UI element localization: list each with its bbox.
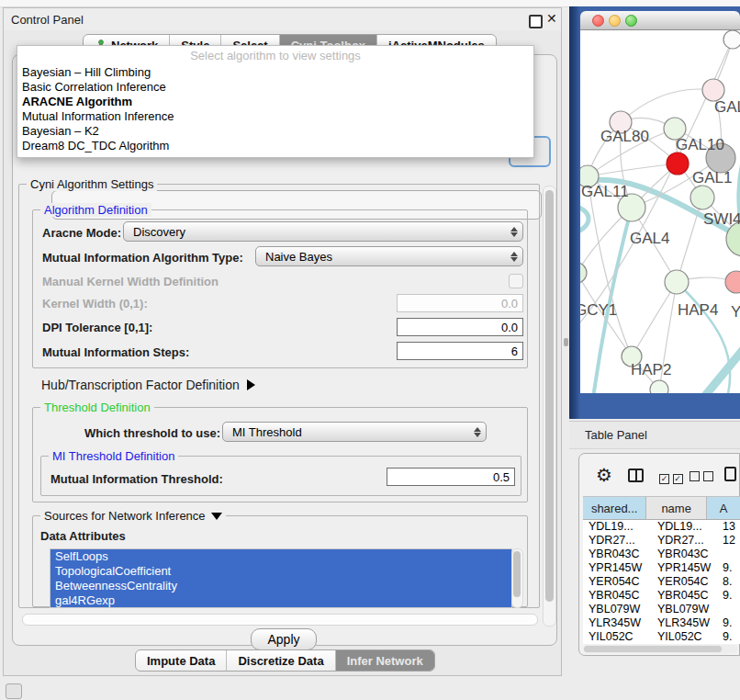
panel-divider-grip[interactable] (564, 338, 568, 346)
zoom-traffic-light-icon[interactable] (625, 15, 637, 27)
table-row[interactable]: YBR045CYBR045C9. (583, 589, 740, 603)
manual-kernel-width-label: Manual Kernel Width Definition (42, 275, 219, 288)
column-header-clipped[interactable]: A (707, 497, 740, 519)
table-row[interactable]: YDL19...YDL19...13 (583, 520, 740, 534)
settings-horizontal-scrollbar[interactable] (22, 614, 538, 626)
which-threshold-combobox[interactable]: MI Threshold (222, 422, 487, 442)
network-node[interactable] (725, 271, 740, 293)
list-item[interactable]: gal4RGexp (50, 593, 511, 608)
data-attributes-list[interactable]: SelfLoops TopologicalCoefficient Between… (50, 548, 512, 608)
cell-name[interactable]: YER054C (652, 575, 717, 589)
network-node-selected-red[interactable] (667, 152, 689, 175)
menu-item-bayesian-k2[interactable]: Bayesian – K2 (17, 124, 533, 139)
tab-infer-network[interactable]: Infer Network (335, 650, 434, 671)
table-row[interactable]: YBL079WYBL079W (583, 603, 740, 616)
mi-threshold-input[interactable] (387, 468, 515, 486)
network-window: GAL80 GAL10 GAL1 GAL11 SWI4 GAL4 GCY1 HA… (580, 11, 740, 400)
select-all-icon[interactable]: ✓ ✓ (659, 470, 683, 484)
mi-steps-input[interactable] (397, 342, 523, 360)
settings-gear-icon[interactable]: ⚙ (596, 466, 612, 484)
table-row[interactable]: YBR043CYBR043C (583, 548, 740, 561)
column-header-shared-name[interactable]: shared... (583, 497, 646, 519)
cell-shared-name[interactable]: YDR27... (583, 534, 652, 548)
column-view-icon[interactable] (628, 469, 644, 482)
cell-name[interactable]: YDL19... (652, 520, 717, 534)
manual-kernel-width-checkbox[interactable] (509, 274, 523, 288)
mi-threshold-definition-legend: MI Threshold Definition (49, 449, 178, 463)
list-scrollbar-thumb[interactable] (513, 551, 521, 597)
control-panel-title: Control Panel (11, 13, 84, 27)
table-row[interactable]: YIL052CYIL052C9. (583, 630, 740, 644)
network-node-gal1[interactable] (690, 186, 714, 209)
minimize-traffic-light-icon[interactable] (609, 15, 621, 27)
aracne-mode-combobox[interactable]: Discovery (123, 221, 523, 242)
cell-value[interactable]: 13 (717, 520, 740, 534)
cell-name[interactable]: YPR145W (652, 561, 717, 575)
menu-item-dream8[interactable]: Dream8 DC_TDC Algorithm (17, 139, 533, 153)
network-node-gcy1[interactable] (580, 263, 587, 283)
table-row[interactable]: YDR27...YDR27...12 (583, 534, 740, 548)
table-scrollbar-thumb[interactable] (584, 646, 722, 652)
menu-item-mutual-information[interactable]: Mutual Information Inference (17, 109, 533, 124)
cell-shared-name[interactable]: YER054C (583, 575, 652, 589)
menu-item-aracne[interactable]: ARACNE Algorithm (17, 95, 533, 109)
algorithm-definition-legend: Algorithm Definition (40, 203, 151, 217)
cell-shared-name[interactable]: YLR345W (583, 616, 652, 630)
cell-value[interactable] (717, 548, 740, 561)
dpi-tolerance-input[interactable] (397, 318, 523, 336)
menu-item-basic-correlation[interactable]: Basic Correlation Inference (17, 80, 533, 95)
settings-vertical-scrollbar[interactable] (543, 186, 556, 627)
hub-definition-expander[interactable]: Hub/Transcription Factor Definition (41, 378, 255, 392)
list-vertical-scrollbar[interactable] (511, 548, 523, 608)
network-node-hap4[interactable] (665, 270, 689, 294)
tab-discretize-data-label: Discretize Data (238, 654, 323, 668)
network-node[interactable] (650, 380, 668, 393)
cell-shared-name[interactable]: YIL052C (583, 630, 652, 644)
cell-shared-name[interactable]: YBR045C (583, 589, 652, 603)
cell-value[interactable] (717, 603, 740, 616)
node-label: GAL11 (581, 183, 629, 200)
cell-shared-name[interactable]: YBL079W (583, 603, 652, 616)
list-item[interactable]: TopologicalCoefficient (50, 564, 511, 579)
cell-name[interactable]: YBL079W (652, 603, 717, 616)
cell-name[interactable]: YDR27... (652, 534, 717, 548)
cell-name[interactable]: YBR043C (652, 548, 717, 561)
cell-name[interactable]: YBR045C (652, 589, 717, 603)
kernel-width-input[interactable] (397, 294, 523, 312)
cell-shared-name[interactable]: YDL19... (583, 520, 652, 534)
collapsed-panel-button[interactable] (6, 683, 22, 699)
close-icon[interactable]: ✕ (546, 11, 557, 26)
table-row[interactable]: YLR345WYLR345W9. (583, 616, 740, 630)
cell-shared-name[interactable]: YBR043C (583, 548, 652, 561)
cell-name[interactable]: YLR345W (652, 616, 717, 630)
menu-item-bayesian-hill-climbing[interactable]: Bayesian – Hill Climbing (17, 65, 533, 80)
settings-scrollbar-thumb[interactable] (545, 190, 554, 602)
network-node[interactable] (723, 30, 740, 49)
close-traffic-light-icon[interactable] (592, 15, 604, 27)
table-horizontal-scrollbar[interactable] (583, 645, 737, 653)
cell-value[interactable]: 8. (717, 575, 740, 589)
cell-value[interactable]: 9. (717, 589, 740, 603)
tab-impute-data[interactable]: Impute Data (136, 650, 226, 671)
cell-value[interactable]: 9. (717, 561, 740, 575)
float-window-icon[interactable] (529, 15, 543, 28)
list-item[interactable]: BetweennessCentrality (50, 579, 511, 593)
deselect-all-icon[interactable] (690, 470, 713, 484)
table-row[interactable]: YPR145WYPR145W9. (583, 561, 740, 575)
network-window-titlebar[interactable] (580, 11, 740, 30)
apply-button[interactable]: Apply (251, 628, 317, 650)
cell-value[interactable]: 9. (717, 630, 740, 644)
cell-shared-name[interactable]: YPR145W (583, 561, 652, 575)
tab-discretize-data[interactable]: Discretize Data (226, 650, 334, 671)
mi-algorithm-type-combobox[interactable]: Naive Bayes (255, 246, 523, 266)
column-header-name[interactable]: name (646, 497, 707, 519)
table-row[interactable]: YER054CYER054C8. (583, 575, 740, 589)
network-canvas[interactable]: GAL80 GAL10 GAL1 GAL11 SWI4 GAL4 GCY1 HA… (580, 30, 740, 393)
new-table-icon[interactable] (724, 467, 736, 481)
list-item[interactable]: SelfLoops (50, 549, 511, 564)
node-table: shared... name A YDL19...YDL19...13 YDR2… (583, 496, 740, 644)
cell-name[interactable]: YIL052C (652, 630, 717, 644)
cell-value[interactable]: 12 (717, 534, 740, 548)
table-toolbar: ⚙ ✓ ✓ (579, 454, 739, 494)
cell-value[interactable]: 9. (717, 616, 740, 630)
